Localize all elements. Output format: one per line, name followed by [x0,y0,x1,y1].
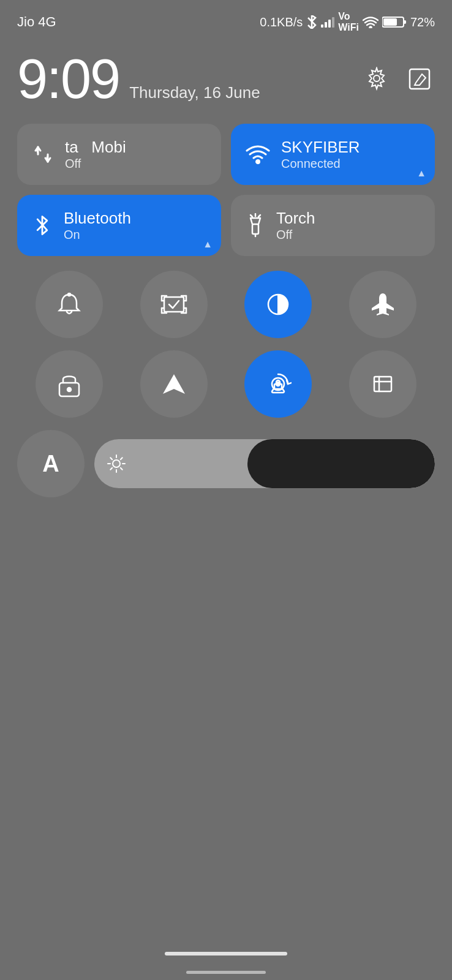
bluetooth-status-icon [306,15,317,29]
font-size-button[interactable]: A [17,430,85,497]
status-right-icons: 0.1KB/s VoWiFi 72% [260,11,435,33]
mobile-data-tile[interactable]: ta Mobi Off [17,124,221,185]
battery-icon [382,16,407,28]
mute-button[interactable] [36,271,103,338]
bluetooth-text: Bluetooth On [64,209,131,242]
svg-line-16 [250,215,252,217]
bluetooth-tile[interactable]: Bluetooth On ▲ [17,195,221,256]
vowifi-label: VoWiFi [338,11,359,33]
wifi-status-icon [363,16,379,28]
mobile-data-text: ta Mobi Off [65,138,126,171]
torch-text: Torch Off [276,209,315,242]
fullscreen-button[interactable] [349,350,416,418]
svg-line-50 [121,468,122,470]
mobile-data-title: ta Mobi [65,138,126,157]
svg-line-18 [258,215,260,217]
bluetooth-tile-icon [32,214,53,237]
svg-point-36 [67,388,71,391]
date-display: Thursday, 16 June [129,83,260,102]
status-bar: Jio 4G 0.1KB/s VoWiFi 72% [0,0,452,39]
speed-label: 0.1KB/s [260,15,303,29]
icon-buttons [0,256,452,418]
svg-rect-6 [410,69,429,89]
brightness-sun-icon [107,454,126,473]
font-label: A [42,451,59,477]
mobile-data-icon [32,143,54,165]
bluetooth-subtitle: On [64,228,131,242]
svg-rect-3 [383,18,397,26]
home-indicator [165,952,287,956]
svg-line-49 [110,458,112,459]
signal-bars [321,17,334,28]
location-button[interactable] [140,350,208,418]
wifi-arrow: ▲ [416,168,426,179]
screenshot-button[interactable] [140,271,208,338]
battery-label: 72% [410,15,435,29]
svg-point-44 [113,460,120,467]
invert-colors-button[interactable] [244,271,312,338]
time-action-icons[interactable] [361,64,435,94]
brightness-row: A [0,418,452,497]
svg-rect-2 [404,20,406,24]
svg-line-52 [110,468,112,470]
bluetooth-title: Bluetooth [64,209,131,228]
svg-point-0 [369,27,371,29]
tiles-row-1: ta Mobi Off SKYFIBER Connected ▲ [17,124,435,185]
time-date-group: 9:09 Thursday, 16 June [17,51,260,107]
torch-tile[interactable]: Torch Off [231,195,435,256]
rotate-lock-button[interactable] [244,350,312,418]
svg-point-13 [257,160,260,164]
carrier-label: Jio 4G [17,14,56,30]
icon-row-2 [17,350,435,418]
mobile-data-subtitle: Off [65,157,126,171]
tiles-row-2: Bluetooth On ▲ Torch Off [17,195,435,256]
wifi-subtitle: Connected [281,157,360,171]
lock-button[interactable] [36,350,103,418]
svg-marker-37 [163,374,185,394]
edit-icon-btn[interactable] [404,64,435,94]
airplane-mode-button[interactable] [349,271,416,338]
torch-title: Torch [276,209,315,228]
svg-rect-20 [164,297,184,312]
brightness-slider[interactable] [94,439,435,488]
settings-icon-btn[interactable] [361,64,392,94]
svg-line-51 [121,458,122,459]
svg-point-5 [374,75,380,81]
clock-display: 9:09 [17,51,119,107]
quick-tiles: ta Mobi Off SKYFIBER Connected ▲ [0,113,452,256]
icon-row-1 [17,271,435,338]
wifi-tile-icon [246,143,270,165]
time-section: 9:09 Thursday, 16 June [0,39,452,113]
wifi-text: SKYFIBER Connected [281,138,360,171]
torch-tile-icon [246,213,265,238]
wifi-tile[interactable]: SKYFIBER Connected ▲ [231,124,435,185]
bluetooth-arrow: ▲ [203,239,213,250]
bottom-bar [186,971,266,974]
svg-rect-41 [374,377,391,391]
wifi-title: SKYFIBER [281,138,360,157]
svg-marker-4 [369,68,384,89]
svg-rect-14 [252,224,258,234]
torch-subtitle: Off [276,228,315,242]
svg-point-19 [68,293,70,296]
